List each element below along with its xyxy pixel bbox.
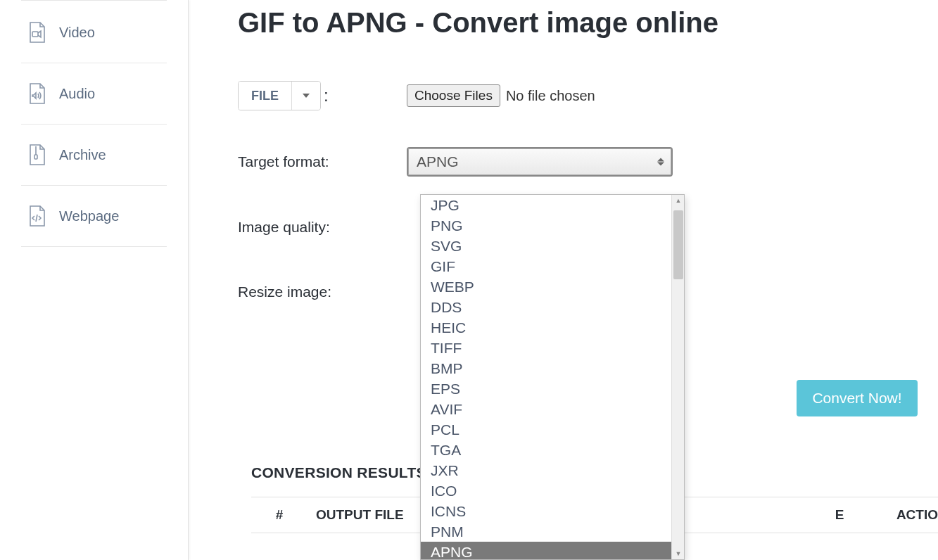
sidebar-item-label: Video — [59, 25, 95, 41]
select-arrows-icon — [657, 158, 664, 166]
dropdown-option[interactable]: AVIF — [421, 399, 671, 419]
dropdown-scrollbar[interactable]: ▲ ▼ — [671, 195, 684, 559]
th-e: E — [804, 507, 875, 523]
dropdown-option[interactable]: PNG — [421, 215, 671, 236]
archive-file-icon — [28, 144, 45, 165]
dropdown-option[interactable]: EPS — [421, 378, 671, 399]
dropdown-items: JPGPNGSVGGIFWEBPDDSHEICTIFFBMPEPSAVIFPCL… — [421, 195, 671, 560]
page-title: GIF to APNG - Convert image online — [238, 7, 889, 39]
no-file-text: No file chosen — [506, 88, 595, 104]
dropdown-option[interactable]: PCL — [421, 419, 671, 440]
dropdown-option[interactable]: APNG — [421, 542, 671, 560]
scroll-down-icon[interactable]: ▼ — [672, 548, 685, 559]
row-file: FILE : Choose Files No file chosen — [238, 81, 889, 110]
file-source-dropdown-toggle[interactable] — [292, 82, 320, 110]
sidebar-item-label: Archive — [59, 147, 106, 163]
video-file-icon — [28, 22, 45, 43]
dropdown-option[interactable]: BMP — [421, 358, 671, 378]
target-format-control: APNG — [407, 147, 889, 177]
results-heading: CONVERSION RESULTS: — [251, 464, 431, 481]
target-format-label: Target format: — [238, 153, 407, 170]
svg-rect-1 — [34, 155, 37, 159]
convert-now-button[interactable]: Convert Now! — [797, 380, 918, 416]
th-num: # — [251, 507, 308, 523]
choose-files-button[interactable]: Choose Files — [407, 84, 500, 107]
dropdown-option[interactable]: PNM — [421, 521, 671, 542]
target-format-dropdown: JPGPNGSVGGIFWEBPDDSHEICTIFFBMPEPSAVIFPCL… — [420, 194, 685, 560]
dropdown-option[interactable]: JPG — [421, 195, 671, 215]
file-control-col: Choose Files No file chosen — [407, 84, 889, 107]
dropdown-option[interactable]: GIF — [421, 256, 671, 276]
sidebar-item-audio[interactable]: Audio — [21, 63, 167, 125]
dropdown-option[interactable]: WEBP — [421, 276, 671, 297]
colon: : — [324, 86, 329, 106]
webpage-file-icon — [28, 205, 45, 227]
file-source-button-group: FILE — [238, 81, 321, 110]
dropdown-option[interactable]: HEIC — [421, 317, 671, 338]
resize-label: Resize image: — [238, 284, 407, 300]
target-format-value: APNG — [417, 153, 459, 170]
svg-rect-0 — [32, 32, 38, 37]
sidebar-item-archive[interactable]: Archive — [21, 125, 167, 186]
dropdown-option[interactable]: TIFF — [421, 338, 671, 358]
target-format-select[interactable]: APNG — [407, 147, 673, 177]
file-label-col: FILE : — [238, 81, 407, 110]
sidebar-item-label: Webpage — [59, 208, 119, 224]
scrollbar-thumb[interactable] — [673, 210, 683, 279]
dropdown-option[interactable]: JXR — [421, 460, 671, 481]
audio-file-icon — [28, 83, 45, 104]
sidebar: Video Audio — [0, 0, 189, 560]
dropdown-option[interactable]: DDS — [421, 297, 671, 317]
caret-down-icon — [303, 94, 310, 98]
th-action: ACTIO — [875, 507, 938, 523]
file-source-button[interactable]: FILE — [239, 82, 292, 110]
sidebar-item-label: Audio — [59, 86, 95, 102]
image-quality-label: Image quality: — [238, 219, 407, 236]
row-target-format: Target format: APNG — [238, 147, 889, 177]
dropdown-option[interactable]: ICO — [421, 481, 671, 501]
dropdown-option[interactable]: SVG — [421, 236, 671, 256]
sidebar-inner: Video Audio — [21, 0, 167, 247]
sidebar-item-webpage[interactable]: Webpage — [21, 186, 167, 247]
dropdown-option[interactable]: ICNS — [421, 501, 671, 521]
file-input-wrap: Choose Files No file chosen — [407, 84, 889, 107]
scroll-up-icon[interactable]: ▲ — [672, 195, 685, 206]
dropdown-option[interactable]: TGA — [421, 440, 671, 460]
sidebar-item-video[interactable]: Video — [21, 0, 167, 63]
